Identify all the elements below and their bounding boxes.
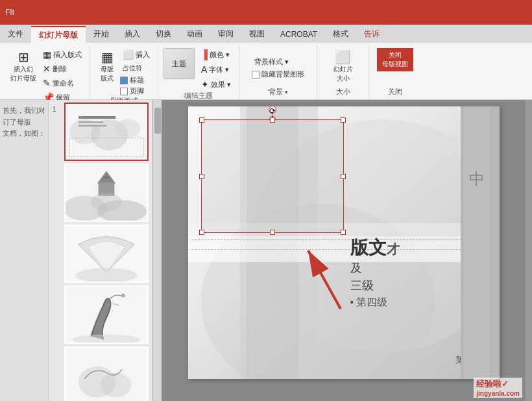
close-buttons: 关闭母版视图 — [377, 45, 413, 87]
btn-master-layout[interactable]: ▦ 母版版式 — [95, 48, 119, 84]
right-panel — [526, 100, 532, 401]
btn-insert-slide-master[interactable]: ⊞ 插入幻灯片母版 — [8, 48, 39, 84]
watermark-text: 经验啦✓ — [476, 378, 520, 390]
group-close: 关闭母版视图 关闭 — [369, 45, 421, 99]
btn-rename[interactable]: ✎ 重命名 — [40, 77, 84, 90]
slide-svg-3 — [66, 226, 147, 282]
theme-label: 主题 — [172, 59, 186, 69]
checkbox-footer-label: 页脚 — [130, 86, 144, 96]
slide-svg-5 — [66, 348, 147, 401]
sidebar-scrollbar[interactable] — [152, 100, 162, 401]
tab-view[interactable]: 视图 — [241, 26, 272, 43]
selected-image-box[interactable]: ⟳ — [201, 119, 344, 233]
tab-insert[interactable]: 插入 — [117, 26, 148, 43]
insert-layout-label: 插入版式 — [53, 50, 82, 60]
slide-thumb-5[interactable] — [64, 346, 149, 401]
rename-icon: ✎ — [43, 78, 51, 88]
insert-master-label: 插入幻灯片母版 — [10, 65, 36, 83]
checkbox-title[interactable]: 标题 — [120, 75, 152, 85]
tab-acrobat[interactable]: ACROBAT — [272, 26, 325, 43]
svg-point-23 — [100, 372, 131, 397]
slide-thumb-3[interactable] — [64, 225, 149, 283]
btn-delete[interactable]: ✕ 删除 — [40, 62, 84, 75]
checkbox-footer[interactable]: 页脚 — [120, 86, 152, 96]
btn-insert-placeholder[interactable]: ⬜ 插入 — [120, 48, 152, 61]
svg-point-19 — [121, 294, 125, 298]
btn-slide-size[interactable]: ⬜ 幻灯片大小 — [331, 48, 356, 84]
handle-tr[interactable] — [341, 117, 346, 123]
edit-theme-buttons: 主题 ▐ 颜色 ▾ A 字体 ▾ ✦ 效果 ▾ — [163, 45, 234, 91]
btn-effect[interactable]: ✦ 效果 ▾ — [199, 78, 234, 91]
handle-br[interactable] — [341, 230, 346, 235]
close-master-label: 关闭母版视图 — [382, 51, 408, 69]
tab-start[interactable]: 开始 — [86, 26, 117, 43]
svg-marker-11 — [103, 176, 110, 178]
tab-animation[interactable]: 动画 — [179, 26, 210, 43]
btn-bg-style[interactable]: 背景样式 ▾ — [252, 56, 291, 68]
hide-bg-box — [252, 71, 260, 79]
placeholder-icon: ⬜ — [123, 49, 134, 60]
handle-tm[interactable] — [270, 117, 275, 123]
handle-tl[interactable] — [199, 117, 204, 123]
slide-svg-4 — [66, 287, 147, 343]
effect-label: 效果 ▾ — [211, 80, 231, 90]
slide-canvas-2[interactable] — [64, 164, 149, 222]
master-layout-buttons: ▦ 母版版式 ⬜ 插入 占位符 标题 页脚 — [95, 45, 152, 96]
right-image-strip: 中 — [461, 106, 500, 379]
main-area: 首先，我们对 订了母版 文档，如图： 1 — [0, 100, 532, 401]
group-size: ⬜ 幻灯片大小 大小 — [317, 45, 369, 99]
tab-help[interactable]: 告诉 — [356, 26, 387, 43]
slide-thumb-4[interactable] — [64, 286, 149, 344]
bg-style-label: 背景样式 ▾ — [254, 57, 289, 67]
slide-thumb-2[interactable] — [64, 164, 149, 222]
slide-canvas-1[interactable] — [64, 103, 149, 161]
svg-rect-34 — [464, 106, 490, 379]
slide-canvas-4[interactable] — [64, 286, 149, 344]
btn-font[interactable]: A 字体 ▾ — [199, 63, 234, 76]
rotate-handle[interactable]: ⟳ — [269, 106, 276, 114]
ribbon-tabs: 文件 幻灯片母版 开始 插入 切换 动画 审阅 视图 ACROBAT 格式 告诉 — [0, 25, 532, 43]
slide-size-icon: ⬜ — [335, 49, 351, 65]
svg-rect-17 — [66, 226, 147, 282]
font-label: 字体 ▾ — [209, 65, 229, 75]
svg-rect-5 — [79, 121, 103, 123]
bullet-icon: • — [350, 295, 354, 310]
tab-transition[interactable]: 切换 — [148, 26, 179, 43]
slide-svg-2 — [66, 165, 147, 221]
group-background: 背景样式 ▾ 隐藏背景图形 背景 ▾ — [239, 45, 317, 99]
slide-canvas-5[interactable] — [64, 346, 149, 401]
handle-bm[interactable] — [270, 230, 275, 235]
watermark: 经验啦✓ jingyanla.com — [474, 378, 522, 398]
checkbox-title-box — [120, 77, 128, 84]
tab-file[interactable]: 文件 — [0, 26, 31, 43]
color-label: 颜色 ▾ — [210, 50, 230, 60]
tab-slidemaster[interactable]: 幻灯片母版 — [31, 26, 86, 43]
btn-close-master[interactable]: 关闭母版视图 — [377, 48, 413, 71]
insert-master-icon: ⊞ — [18, 49, 29, 65]
edit-master-buttons: ⊞ 插入幻灯片母版 ▦ 插入版式 ✕ 删除 ✎ 重命名 📌 保留 — [8, 45, 84, 104]
btn-theme[interactable]: 主题 — [163, 48, 195, 79]
delete-label: 删除 — [53, 64, 67, 74]
btn-insert-placeholder2[interactable]: 占位符 — [120, 62, 152, 74]
rename-label: 重命名 — [53, 79, 74, 88]
group-edit-theme: 主题 ▐ 颜色 ▾ A 字体 ▾ ✦ 效果 ▾ 编辑主题 — [158, 45, 239, 99]
hide-bg-label: 隐藏背景图形 — [261, 69, 304, 79]
checkbox-hide-bg[interactable]: 隐藏背景图形 — [252, 69, 304, 79]
background-buttons: 背景样式 ▾ 隐藏背景图形 — [252, 45, 304, 87]
handle-bl[interactable] — [199, 230, 204, 235]
tab-format[interactable]: 格式 — [325, 26, 356, 43]
tab-review[interactable]: 审阅 — [210, 26, 241, 43]
title-text: FIt — [5, 8, 14, 17]
slide-thumb-1[interactable]: 1 — [64, 103, 149, 161]
svg-point-3 — [115, 119, 140, 138]
btn-insert-layout[interactable]: ▦ 插入版式 — [40, 48, 84, 61]
btn-color[interactable]: ▐ 颜色 ▾ — [199, 48, 234, 61]
handle-lm[interactable] — [199, 174, 204, 179]
slide-canvas-3[interactable] — [64, 225, 149, 283]
group-label-size: 大小 — [336, 87, 350, 99]
svg-text:中: 中 — [469, 171, 485, 188]
handle-rm[interactable] — [341, 174, 346, 179]
slide-main: ⟳ — [188, 106, 500, 379]
ribbon-content: ⊞ 插入幻灯片母版 ▦ 插入版式 ✕ 删除 ✎ 重命名 📌 保留 — [0, 43, 532, 100]
scroll-thumb[interactable] — [154, 108, 161, 134]
